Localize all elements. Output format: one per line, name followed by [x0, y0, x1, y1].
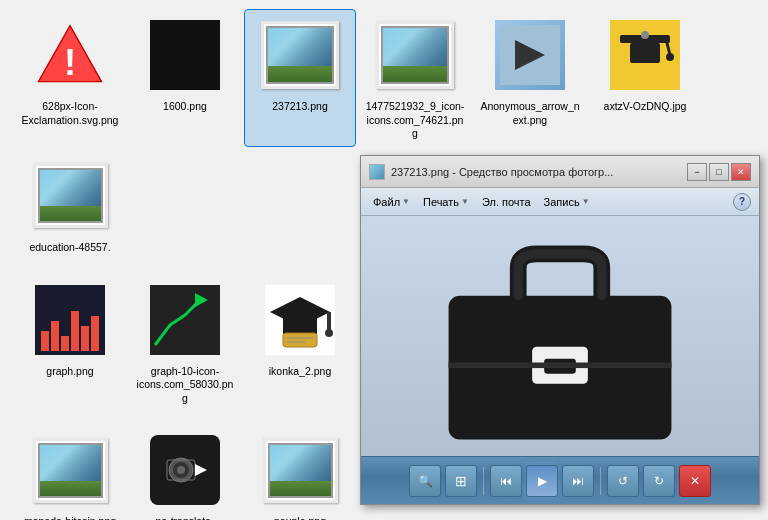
- file-name-peuple: peuple.png: [274, 515, 326, 520]
- file-icon-edu: [30, 156, 110, 236]
- file-icon-1477: [375, 15, 455, 95]
- file-name-anonymous: Anonymous_arrow_next.png: [480, 100, 580, 127]
- file-icon-peuple: [260, 430, 340, 510]
- viewer-title-text: 237213.png - Средство просмотра фотогр..…: [391, 166, 613, 178]
- toolbar-fit-button[interactable]: ⊞: [445, 465, 477, 497]
- file-icon-237213: [260, 15, 340, 95]
- file-name-axtz: axtzV-OzDNQ.jpg: [604, 100, 687, 114]
- svg-text:!: !: [64, 42, 76, 83]
- file-icon-graph: [30, 280, 110, 360]
- svg-point-15: [325, 329, 333, 337]
- file-explorer: ! 628px-Icon-Exclamation.svg.png 1600.pn…: [0, 0, 768, 520]
- file-item-edu[interactable]: education-48557.: [15, 151, 125, 260]
- file-item-1600[interactable]: 1600.png: [130, 10, 240, 146]
- file-icon-warning: !: [30, 15, 110, 95]
- file-icon-anonymous: [490, 15, 570, 95]
- file-item-ikonka2[interactable]: ikonka_2.png: [245, 275, 355, 411]
- file-icon-notranslate: [145, 430, 225, 510]
- file-name-warning: 628px-Icon-Exclamation.svg.png: [20, 100, 120, 127]
- toolbar-delete-button[interactable]: ✕: [679, 465, 711, 497]
- menu-file-chevron: ▼: [402, 197, 410, 206]
- svg-rect-6: [630, 43, 660, 63]
- file-name-edu: education-48557.: [29, 241, 110, 255]
- file-icon-moneda: [30, 430, 110, 510]
- viewer-canvas: [361, 216, 759, 456]
- toolbar-zoom-button[interactable]: 🔍: [409, 465, 441, 497]
- help-button[interactable]: ?: [733, 193, 751, 211]
- menu-record-chevron: ▼: [582, 197, 590, 206]
- toolbar-play-button[interactable]: ▶: [526, 465, 558, 497]
- photo-viewer-window: 237213.png - Средство просмотра фотогр..…: [360, 155, 760, 505]
- menu-record[interactable]: Запись ▼: [540, 194, 594, 210]
- file-item-237213[interactable]: 237213.png: [245, 10, 355, 146]
- svg-point-9: [666, 53, 674, 61]
- file-name-237213: 237213.png: [272, 100, 327, 114]
- toolbar-separator-1: [483, 467, 484, 495]
- viewer-toolbar: 🔍 ⊞ ⏮ ▶ ⏭ ↺ ↻ ✕: [361, 456, 759, 504]
- file-name-graph10: graph-10-icon-icons.com_58030.png: [135, 365, 235, 406]
- file-name-graph: graph.png: [46, 365, 93, 379]
- viewer-title-buttons: − □ ✕: [687, 163, 751, 181]
- viewer-title-left: 237213.png - Средство просмотра фотогр..…: [369, 164, 613, 180]
- file-icon-axtz: [605, 15, 685, 95]
- file-icon-1600: [145, 15, 225, 95]
- toolbar-separator-2: [600, 467, 601, 495]
- file-name-notranslate: no-translate-detected_318-50337.jpg: [135, 515, 235, 520]
- svg-point-7: [641, 31, 649, 39]
- file-item-1477[interactable]: 1477521932_9_icon-icons.com_74621.png: [360, 10, 470, 146]
- menu-print-chevron: ▼: [461, 197, 469, 206]
- file-icon-graph10: [145, 280, 225, 360]
- file-icon-ikonka2: [260, 280, 340, 360]
- file-item-moneda[interactable]: moneda-bitcoin.png: [15, 425, 125, 520]
- svg-rect-35: [449, 362, 672, 368]
- file-name-moneda: moneda-bitcoin.png: [24, 515, 116, 520]
- file-item-graph[interactable]: graph.png: [15, 275, 125, 411]
- toolbar-next-button[interactable]: ⏭: [562, 465, 594, 497]
- file-item-notranslate[interactable]: no-translate-detected_318-50337.jpg: [130, 425, 240, 520]
- toolbar-prev-button[interactable]: ⏮: [490, 465, 522, 497]
- viewer-title-icon: [369, 164, 385, 180]
- file-name-ikonka2: ikonka_2.png: [269, 365, 331, 379]
- file-item-peuple[interactable]: peuple.png: [245, 425, 355, 520]
- minimize-button[interactable]: −: [687, 163, 707, 181]
- file-item-graph10[interactable]: graph-10-icon-icons.com_58030.png: [130, 275, 240, 411]
- restore-button[interactable]: □: [709, 163, 729, 181]
- toolbar-rotate-left-button[interactable]: ↺: [607, 465, 639, 497]
- viewer-menubar: Файл ▼ Печать ▼ Эл. почта Запись ▼ ?: [361, 188, 759, 216]
- viewer-titlebar: 237213.png - Средство просмотра фотогр..…: [361, 156, 759, 188]
- svg-rect-10: [150, 285, 220, 355]
- svg-marker-23: [195, 464, 207, 476]
- svg-point-21: [177, 466, 185, 474]
- toolbar-rotate-right-button[interactable]: ↻: [643, 465, 675, 497]
- close-button[interactable]: ✕: [731, 163, 751, 181]
- menu-print[interactable]: Печать ▼: [419, 194, 473, 210]
- menu-email[interactable]: Эл. почта: [478, 194, 535, 210]
- file-item-axtz[interactable]: axtzV-OzDNQ.jpg: [590, 10, 700, 146]
- file-name-1600: 1600.png: [163, 100, 207, 114]
- file-item-warning[interactable]: ! 628px-Icon-Exclamation.svg.png: [15, 10, 125, 146]
- briefcase-image: [430, 226, 690, 446]
- menu-file[interactable]: Файл ▼: [369, 194, 414, 210]
- svg-rect-16: [283, 333, 317, 347]
- file-name-1477: 1477521932_9_icon-icons.com_74621.png: [365, 100, 465, 141]
- file-item-anonymous[interactable]: Anonymous_arrow_next.png: [475, 10, 585, 146]
